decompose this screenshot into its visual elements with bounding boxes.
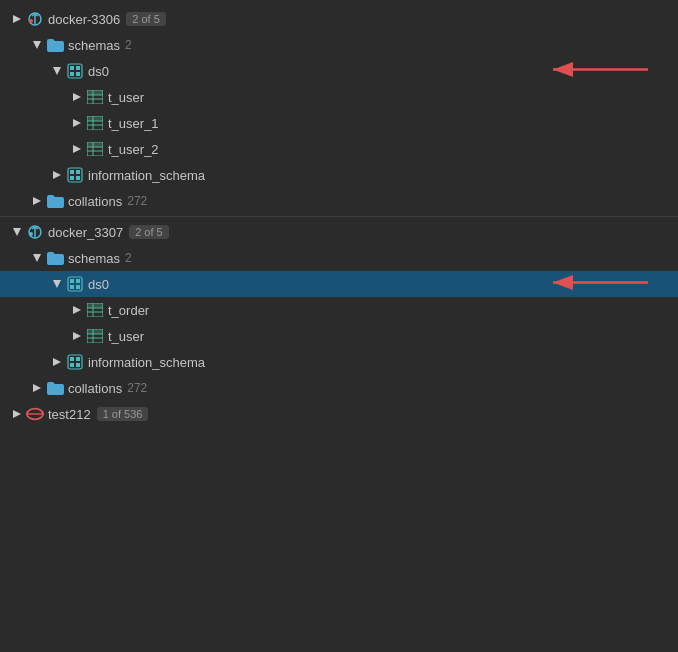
table-icon (86, 88, 104, 106)
svg-rect-35 (76, 176, 80, 180)
svg-rect-32 (70, 170, 74, 174)
tree-item-ds0-2[interactable]: ds0 (0, 271, 678, 297)
svg-rect-66 (76, 363, 80, 367)
svg-marker-42 (53, 280, 61, 288)
tree-item-info-schema-1[interactable]: information_schema (0, 162, 678, 188)
item-label: t_user (108, 329, 144, 344)
tree-item-collations-1[interactable]: collations 272 (0, 188, 678, 214)
table-icon (86, 140, 104, 158)
folder-icon (46, 36, 64, 54)
tree-item-docker-3306[interactable]: docker-3306 2 of 5 (0, 6, 678, 32)
expand-arrow[interactable] (30, 194, 44, 208)
svg-point-40 (29, 232, 33, 236)
item-count: 272 (127, 381, 147, 395)
folder-icon (46, 379, 64, 397)
svg-rect-45 (76, 279, 80, 283)
tree-item-info-schema-2[interactable]: information_schema (0, 349, 678, 375)
tree-item-t_user-1[interactable]: t_user (0, 84, 678, 110)
table-icon (86, 114, 104, 132)
expand-arrow[interactable] (50, 64, 64, 78)
svg-marker-4 (33, 41, 41, 49)
svg-point-3 (29, 19, 33, 23)
tree-item-test212[interactable]: test212 1 of 536 (0, 401, 678, 427)
expand-arrow[interactable] (50, 277, 64, 291)
item-label: schemas (68, 38, 120, 53)
item-label: t_order (108, 303, 149, 318)
svg-rect-8 (76, 66, 80, 70)
svg-rect-64 (76, 357, 80, 361)
expand-arrow[interactable] (70, 142, 84, 156)
svg-rect-65 (70, 363, 74, 367)
svg-marker-55 (73, 332, 81, 340)
item-label: collations (68, 194, 122, 209)
svg-rect-17 (87, 90, 103, 95)
item-badge: 2 of 5 (126, 12, 166, 26)
svg-marker-5 (53, 67, 61, 75)
tree-item-docker-3307[interactable]: docker_3307 2 of 5 (0, 219, 678, 245)
item-label: information_schema (88, 168, 205, 183)
expand-arrow[interactable] (10, 12, 24, 26)
item-badge: 2 of 5 (129, 225, 169, 239)
svg-marker-18 (73, 119, 81, 127)
db-icon (26, 10, 44, 28)
svg-marker-67 (33, 384, 41, 392)
item-count: 2 (125, 251, 132, 265)
svg-rect-10 (76, 72, 80, 76)
annotation-arrow-1 (538, 55, 658, 88)
item-count: 272 (127, 194, 147, 208)
item-count: 2 (125, 38, 132, 52)
ds-icon (66, 353, 84, 371)
annotation-arrow-2 (538, 268, 658, 301)
item-label: collations (68, 381, 122, 396)
item-label: ds0 (88, 277, 109, 292)
expand-arrow[interactable] (70, 303, 84, 317)
svg-marker-36 (33, 197, 41, 205)
expand-arrow[interactable] (10, 407, 24, 421)
expand-arrow[interactable] (30, 381, 44, 395)
expand-arrow[interactable] (50, 168, 64, 182)
svg-rect-46 (70, 285, 74, 289)
item-label: t_user_1 (108, 116, 159, 131)
tree-item-t_user_1[interactable]: t_user_1 (0, 110, 678, 136)
item-label: t_user_2 (108, 142, 159, 157)
svg-rect-34 (70, 176, 74, 180)
svg-marker-30 (53, 171, 61, 179)
svg-marker-24 (73, 145, 81, 153)
item-label: ds0 (88, 64, 109, 79)
svg-marker-0 (13, 15, 21, 23)
svg-rect-63 (70, 357, 74, 361)
svg-marker-37 (13, 228, 21, 236)
expand-arrow[interactable] (70, 90, 84, 104)
tree-item-collations-2[interactable]: collations 272 (0, 375, 678, 401)
item-label: t_user (108, 90, 144, 105)
divider (0, 216, 678, 217)
expand-arrow[interactable] (30, 38, 44, 52)
table-icon (86, 327, 104, 345)
svg-rect-60 (87, 329, 103, 334)
tree-item-ds0-1[interactable]: ds0 (0, 58, 678, 84)
svg-rect-47 (76, 285, 80, 289)
db-error-icon (26, 405, 44, 423)
expand-arrow[interactable] (50, 355, 64, 369)
svg-rect-54 (87, 303, 103, 308)
item-label: docker_3307 (48, 225, 123, 240)
svg-marker-41 (33, 254, 41, 262)
ds-icon (66, 62, 84, 80)
expand-arrow[interactable] (70, 116, 84, 130)
svg-rect-7 (70, 66, 74, 70)
tree-item-t_user-2[interactable]: t_user (0, 323, 678, 349)
expand-arrow[interactable] (70, 329, 84, 343)
svg-marker-61 (53, 358, 61, 366)
ds-icon (66, 166, 84, 184)
tree-item-t_user_2[interactable]: t_user_2 (0, 136, 678, 162)
folder-icon (46, 192, 64, 210)
tree-item-t_order[interactable]: t_order (0, 297, 678, 323)
ds-icon (66, 275, 84, 293)
db-icon (26, 223, 44, 241)
expand-arrow[interactable] (30, 251, 44, 265)
expand-arrow[interactable] (10, 225, 24, 239)
item-label: schemas (68, 251, 120, 266)
table-icon (86, 301, 104, 319)
item-badge: 1 of 536 (97, 407, 149, 421)
item-label: test212 (48, 407, 91, 422)
